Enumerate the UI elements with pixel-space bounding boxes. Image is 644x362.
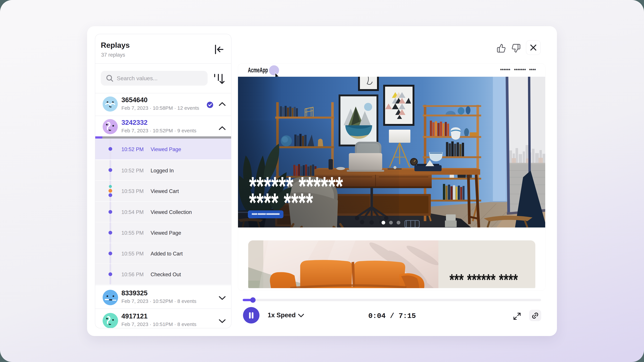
svg-text:*** ****** ****: *** ****** **** [450,271,518,288]
svg-text:**** ****** **********: **** ****** ********** [252,212,280,217]
